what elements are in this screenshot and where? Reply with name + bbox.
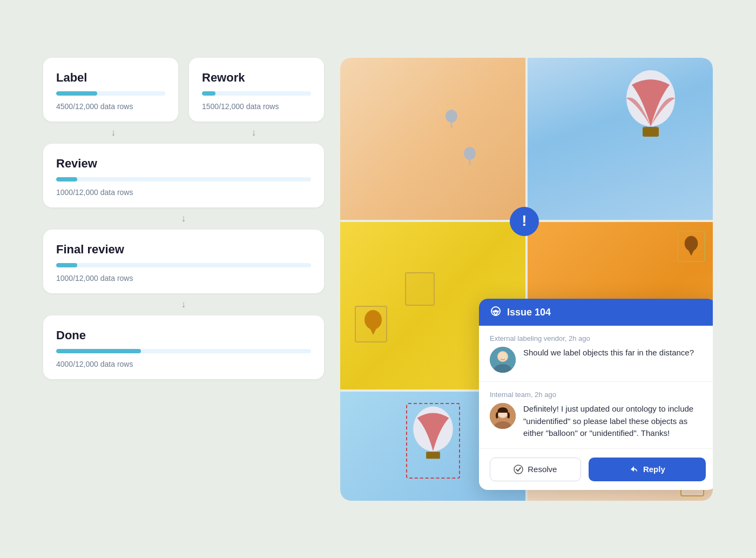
review-progress-fill (56, 177, 77, 181)
label-card: Label 4500/12,000 data rows (43, 58, 178, 122)
svg-point-1 (464, 147, 476, 160)
review-card-title: Review (56, 157, 311, 171)
label-progress-fill (56, 91, 97, 96)
final-review-card-title: Final review (56, 243, 311, 257)
comment-1-meta: External labeling vendor, 2h ago (490, 334, 706, 342)
pin-gray-1 (444, 110, 459, 129)
final-review-progress-fill (56, 263, 77, 267)
arrow-single-1: ↓ (43, 207, 324, 230)
comment-1-content: Should we label objects this far in the … (490, 347, 706, 373)
issue-header: Issue 104 (479, 299, 713, 326)
issue-title: Issue 104 (507, 307, 551, 318)
arrow-single-2: ↓ (43, 293, 324, 315)
arrow-down-icon-2: ↓ (252, 127, 256, 138)
resolve-button[interactable]: Resolve (490, 458, 581, 481)
pin-gray-2 (462, 147, 477, 166)
reply-icon (629, 465, 639, 474)
avatar-male (490, 347, 516, 373)
svg-line-5 (654, 126, 658, 127)
arrow-down-icon-4: ↓ (181, 299, 186, 310)
balloon-dashed-box (406, 403, 460, 479)
comment-2: Internal team, 2h ago (479, 382, 713, 449)
balloon-orange-small (678, 232, 704, 261)
rework-card-title: Rework (202, 71, 311, 85)
rework-card-subtitle: 1500/12,000 data rows (202, 102, 311, 111)
final-review-card-subtitle: 1000/12,000 data rows (56, 274, 311, 283)
avatar-female (490, 403, 516, 429)
location-pin-icon (490, 306, 502, 318)
done-progress-fill (56, 349, 141, 353)
issue-actions: Resolve Reply (479, 449, 713, 490)
arrow-down-icon-3: ↓ (181, 213, 186, 224)
review-card-subtitle: 1000/12,000 data rows (56, 188, 311, 197)
done-progress-bg (56, 349, 311, 353)
issue-body: External labeling vendor, 2h ago (479, 326, 713, 490)
final-review-progress-bg (56, 263, 311, 267)
svg-rect-9 (426, 452, 440, 459)
review-card: Review 1000/12,000 data rows (43, 144, 324, 207)
svg-point-14 (495, 310, 497, 313)
comment-1: External labeling vendor, 2h ago (479, 326, 713, 382)
label-progress-bg (56, 91, 165, 96)
review-progress-bg (56, 177, 311, 181)
balloon-hot-air (621, 69, 680, 150)
svg-text:!: ! (522, 212, 526, 229)
image-sky-top (528, 58, 713, 220)
resolve-label: Resolve (528, 465, 557, 474)
left-panel: Label 4500/12,000 data rows Rework 1500/… (43, 58, 324, 379)
annotation-box-orange (677, 231, 705, 262)
avatar-male-svg (490, 347, 516, 373)
image-warm-top (340, 58, 525, 220)
done-card-subtitle: 4000/12,000 data rows (56, 360, 311, 368)
avatar-female-svg (490, 403, 516, 429)
svg-rect-3 (643, 127, 659, 137)
balloon-yellow-small (362, 309, 384, 339)
rework-progress-bg (202, 91, 311, 96)
label-card-subtitle: 4500/12,000 data rows (56, 102, 165, 111)
arrow-down-icon-1: ↓ (111, 127, 116, 138)
svg-point-6 (364, 310, 382, 330)
svg-point-23 (514, 465, 523, 474)
comment-2-content: Definitely! I just updated our ontology … (490, 403, 706, 440)
exclamation-pin-icon[interactable]: ! (509, 206, 539, 244)
reply-label: Reply (643, 465, 665, 474)
rework-card: Rework 1500/12,000 data rows (189, 58, 324, 122)
top-card-row: Label 4500/12,000 data rows Rework 1500/… (43, 58, 324, 122)
comment-2-meta: Internal team, 2h ago (490, 391, 706, 399)
final-review-card: Final review 1000/12,000 data rows (43, 230, 324, 293)
main-container: Label 4500/12,000 data rows Rework 1500/… (32, 42, 724, 517)
svg-point-7 (685, 236, 698, 251)
comment-1-text: Should we label objects this far in the … (523, 347, 694, 359)
annotation-box-yellow2 (405, 272, 435, 306)
rework-progress-fill (202, 91, 215, 96)
issue-popup: Issue 104 External labeling vendor, 2h a… (479, 299, 713, 490)
comment-2-text: Definitely! I just updated our ontology … (523, 403, 706, 440)
svg-point-0 (446, 110, 457, 123)
arrow-dual: ↓ ↓ (43, 122, 324, 144)
svg-line-4 (644, 126, 647, 127)
balloon-blue-large (407, 404, 459, 469)
reply-button[interactable]: Reply (589, 458, 706, 481)
right-panel: ! Issue 104 External labeling vendor, 2h… (340, 58, 713, 501)
check-circle-icon (514, 465, 523, 474)
done-card-title: Done (56, 328, 311, 342)
label-card-title: Label (56, 71, 165, 85)
done-card: Done 4000/12,000 data rows (43, 315, 324, 379)
